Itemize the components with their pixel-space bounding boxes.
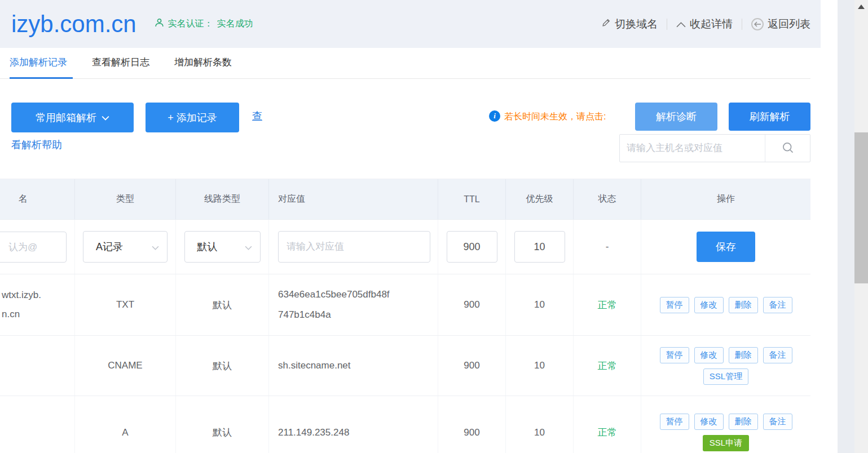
- save-button[interactable]: 保存: [697, 232, 755, 262]
- page-gutter: [838, 0, 854, 453]
- record-search: [619, 134, 810, 162]
- chevron-up-icon: [676, 18, 686, 30]
- col-header-value: 对应值: [269, 179, 438, 219]
- mail-resolve-button[interactable]: 常用邮箱解析: [11, 103, 134, 132]
- col-header-priority: 优先级: [506, 179, 574, 219]
- status-badge: 正常: [574, 396, 641, 453]
- host-cell: wtxt.izyb. n.cn: [0, 286, 41, 324]
- domain-header: izyb.com.cn 实名认证： 实名成功 切换域名: [0, 0, 821, 48]
- verify-status: 实名成功: [217, 18, 253, 30]
- table-row: A 默认 211.149.235.248 900 10 正常 暂停 修改 删除 …: [0, 396, 810, 453]
- collapse-detail-link[interactable]: 收起详情: [676, 17, 733, 32]
- help-link-wrap[interactable]: 看解析帮助: [11, 138, 62, 152]
- ssl-apply-button[interactable]: SSL申请: [703, 435, 749, 451]
- diagnose-button[interactable]: 解析诊断: [635, 103, 717, 131]
- delete-button[interactable]: 删除: [729, 347, 758, 363]
- help-link-start[interactable]: 查: [252, 109, 262, 123]
- pause-button[interactable]: 暂停: [660, 297, 689, 313]
- separator: [742, 19, 742, 30]
- col-header-type: 类型: [75, 179, 176, 219]
- status-badge: 正常: [574, 274, 641, 335]
- line-cell: 默认: [176, 396, 269, 453]
- ttl-cell: 900: [438, 396, 506, 453]
- scrollbar[interactable]: [854, 0, 868, 453]
- tab-view-log[interactable]: 查看解析日志: [92, 48, 149, 78]
- table-row: wtxt.izyb. n.cn TXT 默认 634e6ea1c5bee705d…: [0, 274, 810, 336]
- col-header-line: 线路类型: [176, 179, 269, 219]
- value-cell: 211.149.235.248: [269, 396, 438, 453]
- priority-cell: 10: [506, 274, 574, 335]
- tab-add-record[interactable]: 添加解析记录: [10, 48, 67, 78]
- col-header-status: 状态: [574, 179, 641, 219]
- search-button[interactable]: [765, 135, 810, 162]
- priority-cell: 10: [506, 336, 574, 396]
- edit-button[interactable]: 修改: [694, 414, 724, 430]
- line-type-select[interactable]: 默认: [184, 231, 261, 263]
- notice-text: 若长时间未生效，请点击:: [504, 111, 606, 123]
- refresh-button[interactable]: 刷新解析: [729, 103, 810, 131]
- scroll-up-arrow[interactable]: [858, 5, 865, 9]
- remark-button[interactable]: 备注: [763, 297, 792, 313]
- remark-button[interactable]: 备注: [763, 414, 792, 430]
- chevron-down-icon: [102, 112, 109, 123]
- info-icon: i: [489, 110, 500, 122]
- header-actions: 切换域名 收起详情 返回列表: [601, 17, 810, 32]
- ssl-manage-button[interactable]: SSL管理: [703, 368, 748, 385]
- ttl-cell: 900: [438, 336, 506, 396]
- chevron-down-icon: [245, 241, 252, 253]
- scrollbar-thumb[interactable]: [854, 132, 868, 283]
- verify-label: 实名认证：: [168, 18, 213, 30]
- person-icon: [155, 18, 164, 30]
- host-cell: [0, 396, 75, 453]
- dns-management-page: izyb.com.cn 实名认证： 实名成功 切换域名: [0, 0, 868, 453]
- col-header-host: 名: [0, 179, 75, 219]
- type-cell: A: [75, 396, 176, 453]
- tab-increase-quota[interactable]: 增加解析条数: [174, 48, 232, 78]
- record-value-input[interactable]: [278, 231, 430, 263]
- back-to-list-link[interactable]: 返回列表: [751, 17, 810, 32]
- back-arrow-icon: [751, 18, 764, 30]
- edit-button[interactable]: 修改: [694, 297, 724, 313]
- tab-bar: 添加解析记录 查看解析日志 增加解析条数: [0, 48, 810, 79]
- realname-verification: 实名认证： 实名成功: [155, 18, 253, 30]
- status-badge: 正常: [574, 336, 641, 396]
- switch-domain-link[interactable]: 切换域名: [601, 17, 658, 32]
- remark-button[interactable]: 备注: [763, 347, 792, 363]
- pencil-icon: [601, 18, 611, 30]
- table-row: CNAME 默认 sh.sitecname.net 900 10 正常 暂停 修…: [0, 336, 810, 396]
- pause-button[interactable]: 暂停: [660, 347, 689, 363]
- line-cell: 默认: [176, 336, 269, 396]
- action-cell: 暂停 修改 删除 备注: [641, 274, 810, 335]
- action-cell: 暂停 修改 删除 备注 SSL管理: [641, 336, 810, 396]
- action-cell: 暂停 修改 删除 备注 SSL申请: [641, 396, 810, 453]
- host-cell: [0, 336, 75, 396]
- priority-cell: 10: [506, 396, 574, 453]
- add-record-button[interactable]: + 添加记录: [146, 103, 239, 132]
- add-record-form-row: A记录 默认: [0, 220, 810, 274]
- priority-input[interactable]: [514, 231, 565, 263]
- col-header-action: 操作: [641, 179, 810, 219]
- dns-records-table: 名 类型 线路类型 对应值 TTL 优先级 状态 操作 A记录: [0, 179, 810, 453]
- type-cell: TXT: [75, 274, 176, 335]
- line-cell: 默认: [176, 274, 269, 335]
- page-title: izyb.com.cn: [11, 11, 136, 38]
- record-type-select[interactable]: A记录: [83, 231, 168, 263]
- ttl-cell: 900: [438, 274, 506, 335]
- search-input[interactable]: [620, 135, 765, 162]
- form-status: -: [574, 220, 641, 274]
- delete-button[interactable]: 删除: [729, 414, 758, 430]
- type-cell: CNAME: [75, 336, 176, 396]
- value-cell: sh.sitecname.net: [269, 336, 438, 396]
- host-input[interactable]: [0, 232, 67, 263]
- value-cell: 634e6ea1c5bee705dfb48f 747b1c4b4a: [278, 285, 390, 325]
- col-header-ttl: TTL: [438, 179, 506, 219]
- chevron-down-icon: [152, 241, 159, 253]
- search-icon: [782, 141, 794, 156]
- pause-button[interactable]: 暂停: [660, 414, 689, 430]
- ttl-input[interactable]: [447, 231, 497, 263]
- table-header-row: 名 类型 线路类型 对应值 TTL 优先级 状态 操作: [0, 179, 810, 220]
- separator: [667, 19, 667, 30]
- edit-button[interactable]: 修改: [694, 347, 724, 363]
- delete-button[interactable]: 删除: [729, 297, 758, 313]
